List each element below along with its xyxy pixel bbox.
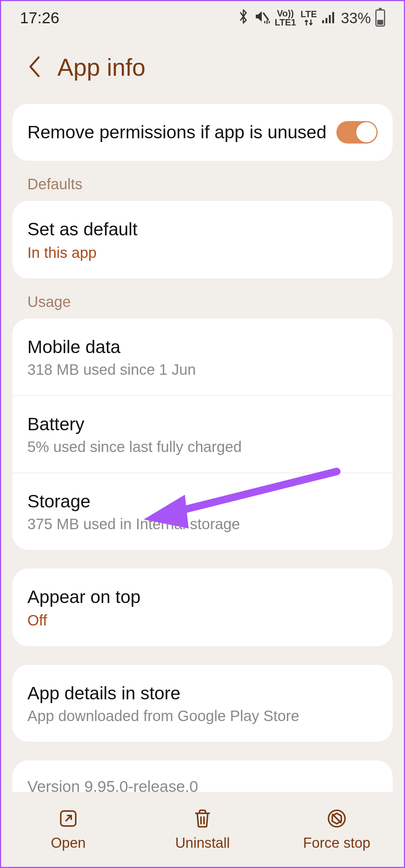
storage-title: Storage xyxy=(27,490,378,513)
status-icons: Vo)) LTE1 LTE 33% xyxy=(238,8,385,28)
set-as-default-sub: In this app xyxy=(27,244,378,261)
mobile-data-sub: 318 MB used since 1 Jun xyxy=(27,361,378,378)
trash-icon xyxy=(192,808,213,831)
storage-row[interactable]: Storage 375 MB used in Internal storage xyxy=(12,473,393,550)
mobile-data-title: Mobile data xyxy=(27,336,378,358)
open-label: Open xyxy=(51,835,86,851)
usage-card: Mobile data 318 MB used since 1 Jun Batt… xyxy=(12,319,393,550)
appear-on-top-card: Appear on top Off xyxy=(12,569,393,646)
signal-icon xyxy=(321,9,336,27)
remove-permissions-toggle[interactable] xyxy=(336,121,378,144)
back-button[interactable] xyxy=(27,55,42,80)
svg-rect-4 xyxy=(322,20,324,23)
storage-sub: 375 MB used in Internal storage xyxy=(27,516,378,533)
force-stop-label: Force stop xyxy=(303,835,370,851)
force-stop-button[interactable]: Force stop xyxy=(270,792,404,867)
svg-rect-6 xyxy=(329,15,331,23)
set-as-default-title: Set as default xyxy=(27,218,378,241)
section-usage: Usage xyxy=(1,278,404,319)
section-defaults: Defaults xyxy=(1,161,404,201)
battery-title: Battery xyxy=(27,413,378,435)
lte-icon: LTE xyxy=(300,10,317,26)
mute-vibrate-icon xyxy=(254,8,270,28)
status-time: 17:26 xyxy=(20,9,59,27)
svg-rect-7 xyxy=(332,12,334,23)
volte-icon: Vo)) LTE1 xyxy=(274,9,296,27)
status-bar: 17:26 Vo)) LTE1 LTE xyxy=(1,1,404,35)
svg-rect-5 xyxy=(326,18,327,23)
app-details-sub: App downloaded from Google Play Store xyxy=(27,708,378,724)
app-details-title: App details in store xyxy=(27,682,378,705)
set-as-default-row[interactable]: Set as default In this app xyxy=(12,201,393,278)
open-button[interactable]: Open xyxy=(1,792,135,867)
appear-on-top-row[interactable]: Appear on top Off xyxy=(12,569,393,646)
uninstall-button[interactable]: Uninstall xyxy=(135,792,270,867)
force-stop-icon xyxy=(326,808,347,831)
mobile-data-row[interactable]: Mobile data 318 MB used since 1 Jun xyxy=(12,319,393,395)
page-title: App info xyxy=(57,54,146,81)
uninstall-label: Uninstall xyxy=(175,835,230,851)
bluetooth-icon xyxy=(238,8,249,28)
remove-permissions-title: Remove permissions if app is unused xyxy=(27,121,336,144)
svg-line-0 xyxy=(263,13,268,20)
action-bar: Open Uninstall Force stop xyxy=(1,792,404,867)
appear-on-top-sub: Off xyxy=(27,612,378,629)
battery-row[interactable]: Battery 5% used since last fully charged xyxy=(12,395,393,473)
remove-permissions-card: Remove permissions if app is unused xyxy=(12,104,393,161)
header: App info xyxy=(1,35,404,104)
app-details-row[interactable]: App details in store App downloaded from… xyxy=(12,665,393,742)
appear-on-top-title: Appear on top xyxy=(27,586,378,608)
open-icon xyxy=(58,808,79,831)
defaults-card: Set as default In this app xyxy=(12,201,393,278)
battery-percent: 33% xyxy=(341,10,371,27)
battery-icon xyxy=(375,9,385,27)
battery-sub: 5% used since last fully charged xyxy=(27,438,378,455)
app-details-card: App details in store App downloaded from… xyxy=(12,665,393,742)
remove-permissions-row[interactable]: Remove permissions if app is unused xyxy=(12,104,393,161)
